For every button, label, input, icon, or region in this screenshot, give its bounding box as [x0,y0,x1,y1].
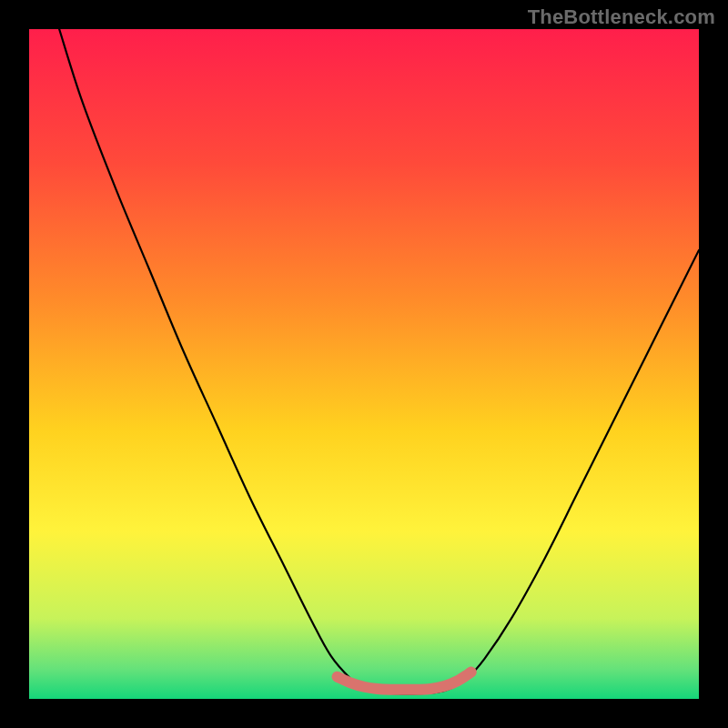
plot-area [29,29,699,699]
chart-frame: TheBottleneck.com [0,0,728,728]
watermark-text: TheBottleneck.com [528,5,715,29]
gradient-background [29,29,699,699]
bottleneck-chart [29,29,699,699]
